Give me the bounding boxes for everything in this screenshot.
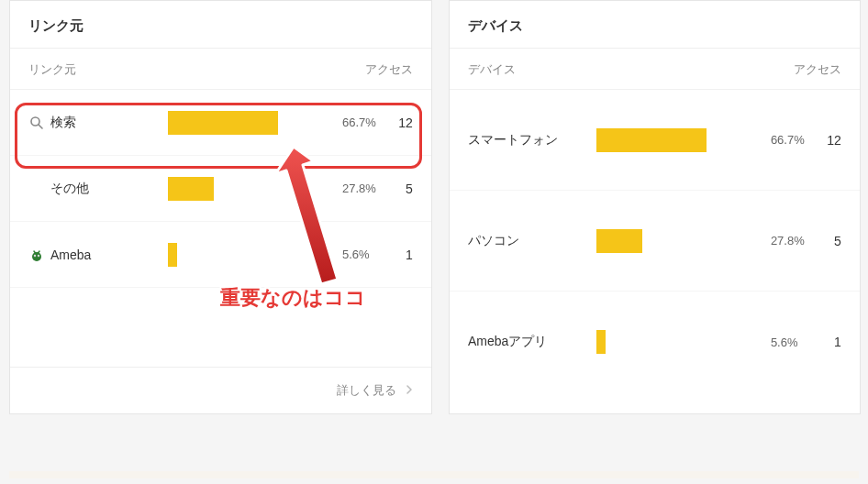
bar-wrap: 27.8% (168, 177, 376, 201)
bar-wrap: 5.6% (596, 330, 805, 354)
panel-title: デバイス (450, 1, 860, 49)
bar (168, 243, 177, 267)
row-value: 1 (376, 248, 413, 262)
bar-percent: 66.7% (342, 116, 376, 129)
row-label: 検索 (50, 115, 168, 131)
bar (596, 229, 642, 253)
device-row[interactable]: Amebaアプリ 5.6% 1 (450, 292, 860, 392)
empty-row (10, 288, 431, 367)
row-value: 5 (376, 182, 413, 196)
row-label: その他 (50, 181, 168, 197)
bar-percent: 66.7% (771, 133, 805, 147)
panel-title: リンク元 (10, 1, 431, 49)
bar-wrap: 66.7% (596, 128, 805, 152)
bar-percent: 27.8% (771, 234, 805, 248)
referrer-panel: リンク元 リンク元 アクセス 検索 66.7% 12 その他 (9, 0, 432, 414)
column-header-row: デバイス アクセス (450, 49, 860, 90)
bar (596, 128, 707, 152)
column-header-label: リンク元 (28, 61, 76, 78)
row-label: スマートフォン (468, 132, 596, 148)
see-more-label: 詳しく見る (337, 383, 396, 397)
device-row[interactable]: スマートフォン 66.7% 12 (450, 90, 860, 191)
bar-wrap: 27.8% (596, 229, 805, 253)
referrer-row[interactable]: その他 27.8% 5 (10, 156, 431, 222)
svg-point-5 (35, 255, 36, 256)
referrer-row[interactable]: 検索 66.7% 12 (10, 90, 431, 156)
column-header-value: アクセス (365, 61, 413, 78)
bar-percent: 27.8% (342, 182, 376, 195)
referrer-row[interactable]: Ameba 5.6% 1 (10, 222, 431, 288)
see-more-link[interactable]: 詳しく見る (10, 367, 431, 413)
column-header-row: リンク元 アクセス (10, 49, 431, 90)
ameba-icon (28, 247, 45, 263)
svg-point-6 (39, 255, 39, 256)
bar (168, 177, 214, 201)
bar (596, 330, 606, 354)
blank-icon (28, 181, 45, 197)
device-row[interactable]: パソコン 27.8% 5 (450, 191, 860, 292)
svg-line-1 (39, 125, 42, 128)
device-panel: デバイス デバイス アクセス スマートフォン 66.7% 12 パソコン 27.… (449, 0, 861, 414)
bar-percent: 5.6% (771, 336, 798, 349)
svg-point-2 (32, 252, 41, 261)
search-icon (28, 115, 45, 131)
row-value: 12 (376, 116, 413, 130)
column-header-label: デバイス (468, 61, 516, 78)
row-value: 12 (805, 133, 841, 148)
row-label: Ameba (50, 248, 168, 262)
bar (168, 111, 278, 135)
row-value: 5 (805, 234, 841, 248)
bottom-strip (9, 471, 859, 478)
bar-wrap: 66.7% (168, 111, 376, 135)
bar-wrap: 5.6% (168, 243, 376, 267)
row-label: Amebaアプリ (468, 334, 596, 350)
row-label: パソコン (468, 233, 596, 249)
chevron-right-icon (406, 383, 413, 397)
bar-percent: 5.6% (342, 248, 370, 261)
column-header-value: アクセス (794, 61, 841, 78)
row-value: 1 (805, 335, 841, 349)
